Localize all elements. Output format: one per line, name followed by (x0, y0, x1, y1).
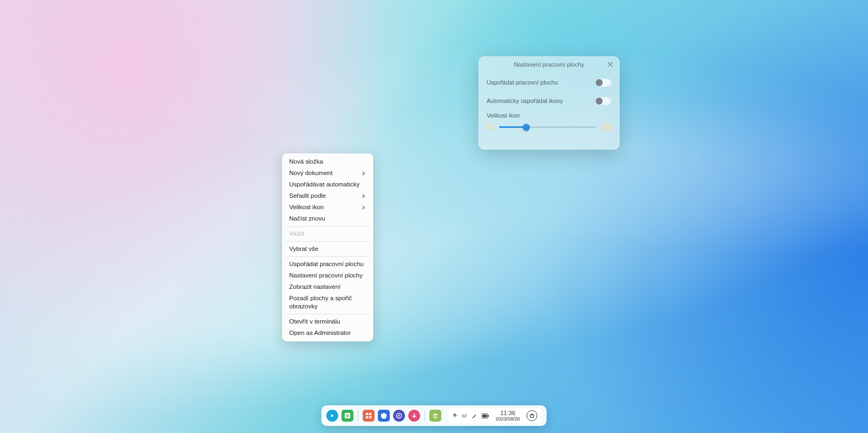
menu-item-9[interactable]: Nastavení pracovní plochy (282, 270, 373, 281)
menu-item-label: Open as Administrator (289, 329, 351, 337)
launcher-icon[interactable] (326, 410, 338, 422)
trash-icon[interactable] (429, 410, 441, 422)
menu-separator (285, 314, 370, 314)
menu-item-7[interactable]: Vybrat vše (282, 243, 373, 255)
svg-rect-14 (482, 415, 487, 417)
menu-item-label: Nová složka (289, 158, 323, 166)
clock-date: 2023/08/26 (495, 417, 520, 422)
app-store-icon[interactable] (362, 410, 374, 422)
menu-separator (285, 226, 370, 227)
menu-item-8[interactable]: Uspořádat pracovní plochu (282, 258, 373, 270)
menu-item-3[interactable]: Seřadit podle (282, 190, 373, 202)
clock[interactable]: 11:36 2023/08/26 (493, 410, 522, 422)
menu-item-11[interactable]: Pozadí plochy a spořič obrazovky (282, 293, 373, 312)
chevron-right-icon (361, 205, 367, 210)
panel-title: Nastavení pracovní plochy (479, 57, 619, 73)
desktop[interactable]: Nová složkaNový dokumentUspořádávat auto… (0, 0, 868, 433)
folder-small-icon (487, 124, 494, 130)
chevron-right-icon (361, 171, 367, 176)
menu-item-5[interactable]: Načíst znovu (282, 213, 373, 224)
keyboard-layout[interactable]: cz (462, 413, 467, 418)
tray-edit-icon[interactable] (471, 413, 477, 419)
toggle-autoarrange[interactable] (595, 97, 611, 105)
dock: cz 11:36 2023/08/26 (321, 405, 546, 426)
svg-rect-9 (369, 416, 371, 418)
file-manager-icon[interactable] (341, 410, 353, 422)
menu-item-label: Nastavení pracovní plochy (289, 272, 363, 280)
dock-separator (424, 410, 425, 421)
menu-item-2[interactable]: Uspořádávat automaticky (282, 179, 373, 190)
menu-item-1[interactable]: Nový dokument (282, 167, 373, 179)
menu-item-label: Seřadit podle (289, 192, 326, 200)
menu-item-4[interactable]: Velikost ikon (282, 202, 373, 213)
menu-item-label: Uspořádat pracovní plochu (289, 260, 363, 268)
clock-time: 11:36 (500, 410, 515, 416)
menu-item-13[interactable]: Open as Administrator (282, 327, 373, 339)
control-center-icon[interactable] (393, 410, 405, 422)
panel-title-text: Nastavení pracovní plochy (514, 61, 584, 68)
power-button[interactable] (527, 410, 538, 421)
icon-size-slider[interactable] (499, 126, 596, 128)
svg-rect-13 (488, 415, 489, 417)
menu-item-6: Vložit (282, 228, 373, 240)
folder-large-icon (602, 123, 611, 131)
svg-rect-8 (366, 416, 368, 418)
icon-size-section: Velikost ikon (479, 112, 619, 131)
menu-item-label: Uspořádávat automaticky (289, 180, 360, 189)
dock-separator (358, 410, 358, 421)
menu-item-label: Velikost ikon (289, 203, 324, 211)
menu-item-12[interactable]: Otevřít v terminálu (282, 316, 373, 327)
toggle-organize[interactable] (595, 79, 611, 87)
svg-rect-6 (366, 413, 368, 415)
chevron-right-icon (361, 193, 367, 199)
svg-point-11 (398, 415, 400, 417)
tray-battery-icon[interactable] (481, 413, 489, 418)
menu-item-0[interactable]: Nová složka (282, 156, 373, 167)
browser-icon[interactable] (378, 410, 390, 422)
menu-item-label: Nový dokument (289, 169, 333, 177)
menu-item-label: Vložit (289, 230, 304, 238)
tray-arrow-icon[interactable] (452, 413, 457, 418)
desktop-settings-panel: Nastavení pracovní plochy Uspořádat prac… (478, 56, 620, 150)
settings-row-autoarrange-label: Automaticky uspořádat ikony (487, 98, 563, 104)
close-icon[interactable] (607, 61, 614, 68)
desktop-context-menu: Nová složkaNový dokumentUspořádávat auto… (282, 153, 373, 341)
menu-item-10[interactable]: Zobrazit nastavení (282, 281, 373, 293)
downloads-icon[interactable] (408, 410, 420, 422)
menu-item-label: Otevřít v terminálu (289, 318, 340, 326)
settings-row-organize-label: Uspořádat pracovní plochu (487, 79, 558, 86)
menu-item-label: Pozadí plochy a spořič obrazovky (289, 294, 367, 311)
icon-size-label: Velikost ikon (487, 112, 611, 119)
menu-separator (285, 256, 370, 257)
svg-rect-7 (369, 413, 371, 415)
settings-row-organize: Uspořádat pracovní plochu (479, 73, 619, 92)
settings-row-autoarrange: Automaticky uspořádat ikony (479, 92, 619, 110)
menu-item-label: Vybrat vše (289, 245, 318, 253)
system-tray: cz 11:36 2023/08/26 (448, 408, 541, 423)
menu-separator (285, 241, 370, 242)
menu-item-label: Zobrazit nastavení (289, 283, 341, 291)
menu-item-label: Načíst znovu (289, 215, 325, 223)
